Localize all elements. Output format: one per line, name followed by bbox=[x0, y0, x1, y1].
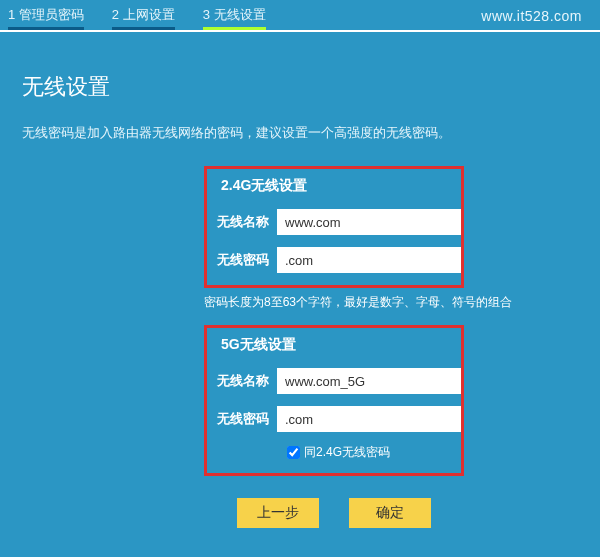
input-5g-password[interactable] bbox=[277, 406, 461, 432]
step-label: 2 上网设置 bbox=[112, 7, 175, 22]
label-24g-password: 无线密码 bbox=[217, 251, 269, 269]
step-underline bbox=[8, 27, 84, 30]
step-label: 3 无线设置 bbox=[203, 7, 266, 22]
row-5g-password: 无线密码 bbox=[217, 406, 451, 432]
prev-button[interactable]: 上一步 bbox=[237, 498, 319, 528]
label-5g-password: 无线密码 bbox=[217, 410, 269, 428]
main-content: 无线设置 无线密码是加入路由器无线网络的密码，建议设置一个高强度的无线密码。 2… bbox=[0, 32, 600, 528]
step-underline bbox=[203, 27, 266, 30]
row-24g-name: 无线名称 bbox=[217, 209, 451, 235]
row-24g-password: 无线密码 bbox=[217, 247, 451, 273]
watermark-text: www.it528.com bbox=[481, 8, 582, 24]
row-same-as-24g: 同2.4G无线密码 bbox=[287, 444, 451, 461]
label-24g-name: 无线名称 bbox=[217, 213, 269, 231]
checkbox-same-as-24g[interactable] bbox=[287, 446, 300, 459]
input-24g-password[interactable] bbox=[277, 247, 461, 273]
input-5g-name[interactable] bbox=[277, 368, 461, 394]
step-label: 1 管理员密码 bbox=[8, 7, 84, 22]
step-admin-password[interactable]: 1 管理员密码 bbox=[8, 6, 84, 30]
password-hint: 密码长度为8至63个字符，最好是数字、字母、符号的组合 bbox=[204, 294, 464, 311]
page-hint: 无线密码是加入路由器无线网络的密码，建议设置一个高强度的无线密码。 bbox=[22, 124, 578, 142]
group-5g: 5G无线设置 无线名称 无线密码 同2.4G无线密码 bbox=[204, 325, 464, 476]
group-24g: 2.4G无线设置 无线名称 无线密码 bbox=[204, 166, 464, 288]
group-24g-title: 2.4G无线设置 bbox=[221, 177, 451, 195]
page-title: 无线设置 bbox=[22, 72, 578, 102]
button-row: 上一步 确定 bbox=[204, 498, 464, 528]
label-5g-name: 无线名称 bbox=[217, 372, 269, 390]
row-5g-name: 无线名称 bbox=[217, 368, 451, 394]
confirm-button[interactable]: 确定 bbox=[349, 498, 431, 528]
label-same-as-24g: 同2.4G无线密码 bbox=[304, 444, 390, 461]
step-wireless-settings[interactable]: 3 无线设置 bbox=[203, 6, 266, 30]
group-5g-title: 5G无线设置 bbox=[221, 336, 451, 354]
step-underline bbox=[112, 27, 175, 30]
step-internet-settings[interactable]: 2 上网设置 bbox=[112, 6, 175, 30]
form-area: 2.4G无线设置 无线名称 无线密码 密码长度为8至63个字符，最好是数字、字母… bbox=[204, 166, 464, 528]
input-24g-name[interactable] bbox=[277, 209, 461, 235]
